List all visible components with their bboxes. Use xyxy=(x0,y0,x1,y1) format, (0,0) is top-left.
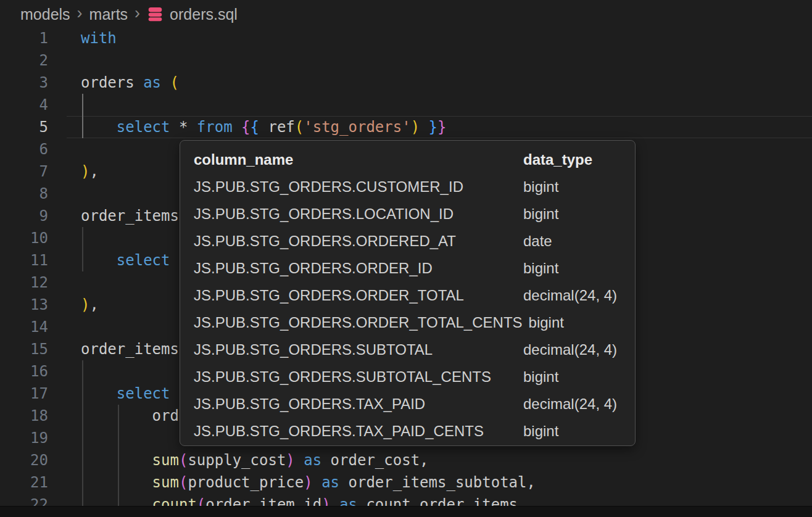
popup-row: JS.PUB.STG_ORDERS.TAX_PAIDdecimal(24, 4) xyxy=(194,391,621,418)
popup-row: JS.PUB.STG_ORDERS.ORDER_IDbigint xyxy=(194,255,621,282)
column-info-popup: column_name data_type JS.PUB.STG_ORDERS.… xyxy=(180,140,636,446)
code-text: ord xyxy=(81,405,179,427)
popup-cell-data-type: decimal(24, 4) xyxy=(523,336,617,363)
popup-cell-data-type: decimal(24, 4) xyxy=(523,391,617,418)
popup-cell-column-name: JS.PUB.STG_ORDERS.ORDER_TOTAL xyxy=(194,282,523,309)
popup-cell-data-type: bigint xyxy=(523,363,558,391)
chevron-right-icon: › xyxy=(135,4,140,23)
code-line[interactable]: 21 sum(product_price) as order_items_sub… xyxy=(0,471,812,494)
line-number: 7 xyxy=(0,160,48,183)
popup-cell-data-type: bigint xyxy=(523,418,558,445)
line-number: 20 xyxy=(0,449,48,471)
popup-cell-column-name: JS.PUB.STG_ORDERS.SUBTOTAL_CENTS xyxy=(194,363,523,391)
popup-cell-column-name: JS.PUB.STG_ORDERS.TAX_PAID_CENTS xyxy=(194,418,523,445)
popup-header-row: column_name data_type xyxy=(194,146,621,173)
code-text: orders as ( xyxy=(81,72,179,94)
code-text: ), xyxy=(81,160,99,183)
line-number: 3 xyxy=(0,72,48,94)
popup-cell-data-type: bigint xyxy=(523,255,558,282)
line-number: 1 xyxy=(0,27,48,49)
breadcrumb-item-models[interactable]: models xyxy=(20,6,70,23)
code-text: ), xyxy=(81,294,99,316)
popup-row: JS.PUB.STG_ORDERS.LOCATION_IDbigint xyxy=(194,201,621,228)
line-number: 4 xyxy=(0,94,48,116)
editor-window: models › marts › orders.sql 1with23order… xyxy=(0,0,812,517)
popup-header-data-type: data_type xyxy=(523,146,592,173)
popup-cell-column-name: JS.PUB.STG_ORDERS.ORDER_TOTAL_CENTS xyxy=(194,309,529,336)
code-line[interactable]: 2 xyxy=(0,49,812,72)
popup-cell-column-name: JS.PUB.STG_ORDERS.LOCATION_ID xyxy=(194,201,523,228)
line-number: 16 xyxy=(0,360,48,383)
line-number: 11 xyxy=(0,249,48,271)
panel-divider xyxy=(0,506,812,517)
popup-row: JS.PUB.STG_ORDERS.CUSTOMER_IDbigint xyxy=(194,173,621,201)
popup-cell-column-name: JS.PUB.STG_ORDERS.ORDER_ID xyxy=(194,255,523,282)
code-text: select * from {{ ref('stg_orders') }} xyxy=(81,116,446,138)
popup-row: JS.PUB.STG_ORDERS.SUBTOTAL_CENTSbigint xyxy=(194,363,621,391)
breadcrumb: models › marts › orders.sql xyxy=(20,0,238,28)
code-text: select xyxy=(81,383,170,405)
popup-cell-column-name: JS.PUB.STG_ORDERS.SUBTOTAL xyxy=(194,336,523,363)
popup-row: JS.PUB.STG_ORDERS.ORDERED_ATdate xyxy=(194,228,621,255)
line-number: 9 xyxy=(0,205,48,227)
line-number: 12 xyxy=(0,271,48,294)
popup-cell-data-type: date xyxy=(523,228,552,255)
code-text: order_items xyxy=(81,205,179,227)
code-text: with xyxy=(81,27,117,49)
line-number: 14 xyxy=(0,316,48,338)
popup-cell-data-type: decimal(24, 4) xyxy=(523,282,617,309)
line-number: 13 xyxy=(0,294,48,316)
breadcrumb-item-file[interactable]: orders.sql xyxy=(170,6,238,23)
popup-cell-data-type: bigint xyxy=(523,173,558,201)
line-number: 5 xyxy=(0,116,48,138)
popup-cell-column-name: JS.PUB.STG_ORDERS.ORDERED_AT xyxy=(194,228,523,255)
code-line[interactable]: 4 xyxy=(0,94,812,116)
popup-row: JS.PUB.STG_ORDERS.SUBTOTALdecimal(24, 4) xyxy=(194,336,621,363)
line-number: 17 xyxy=(0,383,48,405)
code-text: sum(product_price) as order_items_subtot… xyxy=(81,471,536,494)
line-number: 18 xyxy=(0,405,48,427)
code-text: select xyxy=(81,249,170,271)
popup-row: JS.PUB.STG_ORDERS.TAX_PAID_CENTSbigint xyxy=(194,418,621,445)
code-line[interactable]: 1with xyxy=(0,27,812,49)
popup-header-column-name: column_name xyxy=(194,146,523,173)
line-number: 19 xyxy=(0,427,48,449)
code-text: sum(supply_cost) as order_cost, xyxy=(81,449,429,471)
code-line[interactable]: 20 sum(supply_cost) as order_cost, xyxy=(0,449,812,471)
database-icon xyxy=(147,6,164,23)
popup-row: JS.PUB.STG_ORDERS.ORDER_TOTAL_CENTSbigin… xyxy=(194,309,621,336)
line-number: 15 xyxy=(0,338,48,360)
popup-cell-column-name: JS.PUB.STG_ORDERS.CUSTOMER_ID xyxy=(194,173,523,201)
breadcrumb-item-marts[interactable]: marts xyxy=(89,6,128,23)
line-number: 6 xyxy=(0,138,48,160)
code-line[interactable]: 3orders as ( xyxy=(0,72,812,94)
popup-cell-column-name: JS.PUB.STG_ORDERS.TAX_PAID xyxy=(194,391,523,418)
line-number: 2 xyxy=(0,49,48,72)
line-number: 10 xyxy=(0,227,48,249)
code-line[interactable]: 5 select * from {{ ref('stg_orders') }} xyxy=(0,116,812,138)
popup-cell-data-type: bigint xyxy=(529,309,564,336)
chevron-right-icon: › xyxy=(77,4,83,23)
line-number: 8 xyxy=(0,183,48,205)
popup-cell-data-type: bigint xyxy=(523,201,558,228)
code-text: order_items xyxy=(81,338,179,360)
line-number: 21 xyxy=(0,471,48,494)
popup-row: JS.PUB.STG_ORDERS.ORDER_TOTALdecimal(24,… xyxy=(194,282,621,309)
